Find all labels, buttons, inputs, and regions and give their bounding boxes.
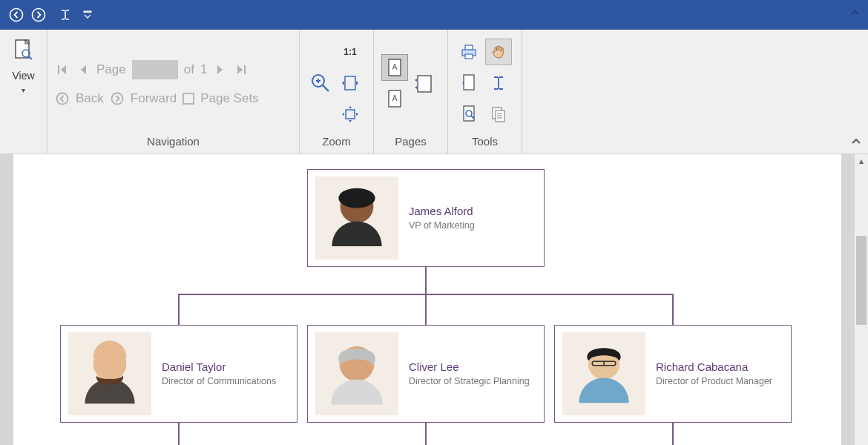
history-nav-row: Back Forward Page Sets [55, 91, 259, 106]
forward-label[interactable]: Forward [131, 91, 177, 106]
fit-page-button[interactable] [337, 101, 364, 128]
ribbon-group-pages: A A Pages [374, 30, 448, 154]
svg-rect-14 [345, 76, 355, 90]
scroll-thumb[interactable] [856, 236, 867, 325]
page-nav-row: Page of 1 [55, 60, 259, 79]
svg-text:A: A [392, 63, 398, 71]
collapse-ribbon-icon[interactable] [850, 136, 862, 151]
person-name: Daniel Taylor [162, 360, 276, 373]
svg-rect-23 [465, 54, 473, 59]
person-title: Director of Communications [162, 376, 276, 388]
ribbon-group-tools: Tools [448, 30, 522, 154]
nav-back-icon[interactable] [6, 4, 27, 25]
fit-width-button[interactable] [337, 70, 364, 96]
qat-customize-icon[interactable] [77, 4, 98, 25]
svg-rect-24 [464, 75, 474, 90]
forward-icon[interactable] [110, 91, 125, 106]
org-node-child[interactable]: Cliver Lee Director of Strategic Plannin… [307, 325, 545, 423]
svg-rect-20 [418, 76, 431, 92]
person-name: Richard Cabacana [656, 360, 772, 373]
svg-text:A: A [392, 94, 398, 102]
group-label-pages: Pages [381, 132, 440, 152]
page-number-input[interactable] [132, 60, 178, 79]
ribbon-group-zoom: 1:1 Zoom [300, 30, 374, 154]
avatar [68, 332, 151, 415]
zoom-100-button[interactable]: 1:1 [337, 39, 364, 65]
chevron-down-icon: ▾ [22, 86, 25, 94]
pan-tool-button[interactable] [485, 39, 512, 65]
next-page-icon[interactable] [213, 62, 228, 77]
person-title: VP of Marketing [409, 220, 475, 232]
svg-rect-6 [58, 65, 59, 74]
connector [178, 423, 180, 445]
single-page-button[interactable]: A [381, 54, 408, 81]
page-sets-label[interactable]: Page Sets [200, 91, 258, 106]
ribbon-help-icon[interactable] [850, 7, 861, 21]
text-select-button[interactable] [485, 70, 512, 96]
svg-point-1 [33, 9, 45, 22]
svg-point-0 [10, 9, 23, 22]
connector [425, 423, 427, 445]
page-preview-icon [13, 39, 34, 67]
export-button[interactable] [456, 70, 482, 96]
svg-rect-2 [84, 11, 91, 13]
svg-rect-22 [465, 45, 473, 50]
connector [672, 294, 674, 325]
view-button[interactable]: View ▾ [12, 39, 34, 94]
connector [178, 294, 180, 325]
canvas[interactable]: James Alford VP of Marketing Daniel Tayl… [13, 154, 841, 445]
person-title: Director of Strategic Planning [409, 376, 530, 388]
right-gutter [841, 154, 855, 445]
nav-forward-icon[interactable] [28, 4, 49, 25]
svg-rect-7 [244, 65, 246, 74]
connector [425, 267, 427, 294]
svg-rect-15 [346, 110, 355, 119]
total-pages: 1 [200, 62, 207, 77]
svg-line-11 [323, 85, 329, 91]
of-word: of [184, 62, 194, 77]
svg-point-9 [111, 93, 122, 105]
svg-rect-25 [464, 106, 474, 121]
continuous-page-button[interactable]: A [381, 85, 408, 112]
group-label-zoom: Zoom [307, 132, 366, 152]
svg-point-35 [338, 188, 375, 208]
text-cursor-icon[interactable] [55, 4, 76, 25]
back-label[interactable]: Back [76, 91, 104, 106]
page-sets-checkbox[interactable] [183, 93, 194, 105]
ribbon: View ▾ Page of 1 Back [0, 30, 868, 154]
person-title: Director of Product Manager [656, 376, 772, 388]
org-node-child[interactable]: Daniel Taylor Director of Communications [60, 325, 297, 423]
page-word: Page [96, 62, 126, 77]
ribbon-group-navigation: Page of 1 Back Forward Page Sets Navigat… [47, 30, 300, 154]
left-gutter [0, 154, 13, 445]
group-label-navigation: Navigation [55, 132, 292, 152]
org-node-child[interactable]: Richard Cabacana Director of Product Man… [554, 325, 792, 423]
person-name: James Alford [409, 205, 475, 217]
first-page-icon[interactable] [55, 62, 70, 77]
copy-button[interactable] [485, 101, 512, 128]
vertical-scrollbar[interactable]: ▴ [855, 154, 868, 445]
ribbon-group-view: View ▾ [0, 30, 47, 154]
title-bar [0, 0, 868, 30]
org-node-root[interactable]: James Alford VP of Marketing [307, 169, 545, 267]
avatar [315, 332, 398, 415]
find-button[interactable] [456, 101, 482, 128]
scroll-up-icon[interactable]: ▴ [855, 154, 868, 168]
print-button[interactable] [456, 39, 482, 65]
person-name: Cliver Lee [409, 360, 530, 373]
view-label: View [12, 70, 34, 82]
zoom-button[interactable] [307, 55, 334, 111]
connector [672, 423, 674, 445]
svg-point-8 [57, 93, 68, 105]
group-label-tools: Tools [456, 132, 514, 152]
prev-page-icon[interactable] [76, 62, 91, 77]
back-icon[interactable] [55, 91, 70, 106]
document-viewport: James Alford VP of Marketing Daniel Tayl… [0, 154, 868, 445]
last-page-icon[interactable] [234, 62, 249, 77]
page-layout-button[interactable] [411, 55, 438, 111]
avatar [562, 332, 645, 415]
avatar [315, 177, 398, 260]
connector [425, 294, 427, 325]
one-to-one-label: 1:1 [343, 47, 356, 57]
